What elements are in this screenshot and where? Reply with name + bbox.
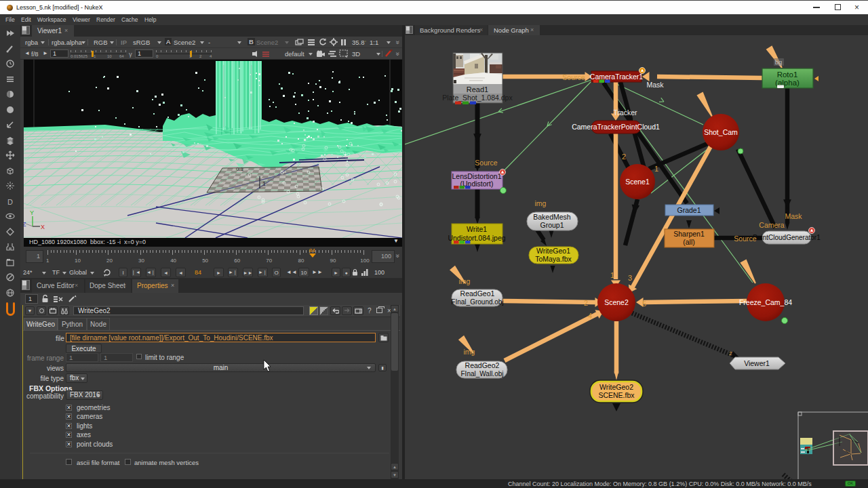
svg-text:X: X — [41, 224, 45, 230]
svg-text:Roto1: Roto1 — [777, 70, 798, 79]
svg-text:1: 1 — [610, 271, 614, 279]
svg-text:4: 4 — [588, 312, 592, 320]
svg-text:Grade1: Grade1 — [677, 206, 701, 214]
svg-text:Viewer1: Viewer1 — [744, 359, 770, 367]
svg-text:FInal_Ground.obj: FInal_Ground.obj — [451, 298, 503, 306]
svg-text:Mask: Mask — [785, 212, 802, 220]
svg-text:Camera: Camera — [759, 221, 785, 229]
svg-text:Write1: Write1 — [467, 225, 487, 233]
svg-text:Scene1: Scene1 — [625, 178, 650, 186]
svg-text:2: 2 — [729, 350, 732, 357]
svg-text:WriteGeo1: WriteGeo1 — [536, 247, 570, 255]
svg-text:Z: Z — [24, 221, 26, 228]
svg-text:WriteGeo2: WriteGeo2 — [599, 383, 633, 391]
svg-text:Group1: Group1 — [540, 221, 564, 229]
svg-text:5: 5 — [642, 300, 646, 308]
svg-text:FInal_Wall.obj: FInal_Wall.obj — [461, 370, 504, 378]
svg-text:ReadGeo1: ReadGeo1 — [460, 289, 495, 298]
svg-text:Freeze_Cam_84: Freeze_Cam_84 — [739, 298, 792, 306]
svg-text:1: 1 — [262, 180, 266, 187]
svg-text:1: 1 — [654, 165, 658, 173]
svg-text:Scene2: Scene2 — [604, 298, 629, 306]
svg-text:Source: Source — [562, 73, 585, 81]
svg-text:Read1: Read1 — [467, 85, 488, 94]
svg-text:Source: Source — [734, 235, 756, 243]
svg-text:Mask: Mask — [646, 81, 664, 89]
svg-text:Plate_Shot_1.084.dpx: Plate_Shot_1.084.dpx — [442, 94, 513, 102]
svg-text:Tracker: Tracker — [613, 108, 637, 117]
svg-text:0.1: 0.1 — [236, 166, 244, 172]
svg-text:PointCloudGenerator1: PointCloudGenerator1 — [753, 234, 821, 241]
svg-text:3: 3 — [628, 274, 632, 282]
svg-text:CameraTracker1: CameraTracker1 — [590, 73, 644, 81]
svg-text:ReadGeo2: ReadGeo2 — [465, 361, 500, 369]
svg-text:Shot_Cam: Shot_Cam — [704, 128, 738, 136]
svg-text:(all): (all) — [683, 238, 695, 246]
svg-text:img: img — [535, 199, 547, 207]
svg-text:bg: bg — [775, 58, 783, 66]
svg-text:2: 2 — [622, 152, 626, 161]
svg-text:CameraTrackerPointCloud1: CameraTrackerPointCloud1 — [572, 123, 660, 131]
svg-text:SCENE.fbx: SCENE.fbx — [598, 391, 635, 399]
svg-text:(Undistort): (Undistort) — [460, 180, 493, 188]
svg-text:img: img — [459, 277, 471, 285]
svg-text:D: D — [7, 198, 13, 206]
svg-text:2: 2 — [584, 299, 588, 307]
svg-text:BakedMesh: BakedMesh — [533, 213, 571, 221]
svg-text:ToMaya.fbx: ToMaya.fbx — [535, 255, 572, 263]
svg-text:Sharpen1: Sharpen1 — [673, 230, 705, 238]
svg-text:Y: Y — [30, 209, 34, 216]
svg-text:img: img — [464, 348, 475, 356]
svg-text:Source: Source — [475, 159, 497, 167]
